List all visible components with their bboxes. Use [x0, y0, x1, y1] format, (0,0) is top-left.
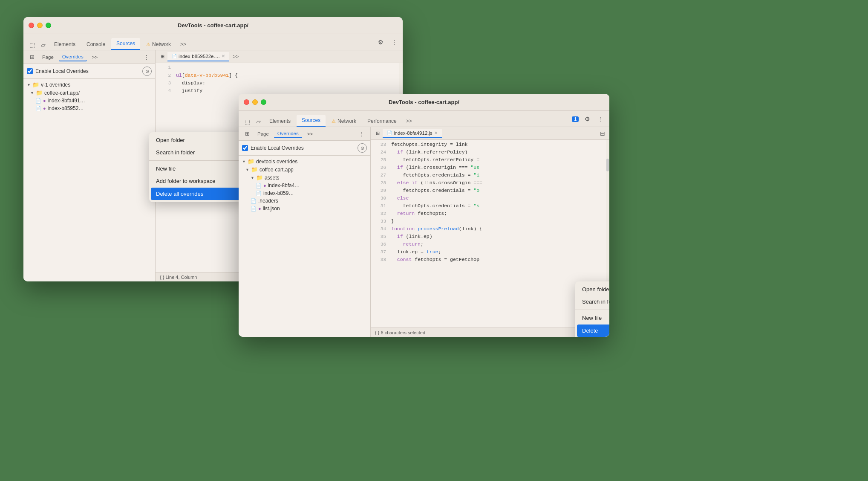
ctx-new-file-back[interactable]: New file: [149, 162, 243, 175]
ctx-search-folder-back[interactable]: Search in folder: [149, 146, 243, 159]
enable-overrides-checkbox-front[interactable]: [242, 145, 248, 151]
code-line-2: 2 ul[data-v-bb7b5941] {: [156, 72, 403, 80]
code-tab-back[interactable]: 📄 index-b859522e.… ✕: [167, 52, 229, 61]
code-line-30: 30 else: [371, 195, 609, 203]
sidebar-front: ⊞ Page Overrides >> ⋮ Enable Local Overr…: [239, 127, 371, 337]
tab-settings-back: ⚙ ⋮: [375, 37, 399, 50]
toggle-sidebar-icon-back[interactable]: ⊞: [157, 52, 167, 62]
chevron-icon: ▼: [245, 168, 249, 172]
toggle-editor-icon-front[interactable]: ⊟: [597, 128, 608, 139]
sidebar-actions-back: Enable Local Overrides ⊘: [23, 64, 155, 79]
badge-front: 1: [572, 116, 579, 122]
ctx-delete-front[interactable]: Delete: [577, 325, 609, 337]
tree-item-devtools-overrides[interactable]: ▼ 📁 devtools overrides: [239, 157, 370, 165]
sidebar-icon-back[interactable]: ⊞: [27, 52, 37, 62]
minimize-button-back[interactable]: [37, 23, 43, 28]
tree-item-coffee-cart[interactable]: ▼ 📁 coffee-cart.app/: [23, 89, 155, 97]
device-icon[interactable]: ▱: [38, 40, 48, 50]
tree-item-assets[interactable]: ▼ 📁 assets: [239, 174, 370, 182]
settings-icon-front[interactable]: ⚙: [582, 114, 592, 124]
more-icon-back[interactable]: ⋮: [389, 37, 399, 47]
ctx-search-folder-front[interactable]: Search in folder: [575, 296, 609, 308]
code-line-3: 3 display:: [156, 80, 403, 88]
sidebar-tabs-front: ⊞ Page Overrides >> ⋮: [239, 127, 370, 141]
maximize-button-front[interactable]: [261, 99, 266, 105]
context-menu-back: Open folder Search in folder New file Ad…: [149, 132, 243, 202]
close-button-front[interactable]: [244, 99, 249, 105]
ctx-new-file-front[interactable]: New file: [575, 312, 609, 324]
device-icon-front[interactable]: ▱: [253, 116, 263, 127]
code-line-31: 31 fetchOpts.credentials = "s: [371, 203, 609, 211]
code-tab-front[interactable]: 📄 index-8bfa4912.js ✕: [383, 129, 442, 138]
tabbar-front: ⬚ ▱ Elements Sources ⚠ Network Performan…: [239, 111, 609, 127]
tabbar-back: ⬚ ▱ Elements Console Sources ⚠ Network >…: [23, 34, 403, 50]
tree-item-headers[interactable]: 📄 .headers: [239, 197, 370, 205]
tree-item-v1-overrides[interactable]: ▼ 📁 v-1 overrides: [23, 81, 155, 89]
close-tab-icon[interactable]: ✕: [222, 54, 225, 58]
dot-purple-icon: ●: [43, 106, 46, 111]
file-icon: 📄: [251, 198, 257, 204]
close-tab-icon-front[interactable]: ✕: [434, 130, 438, 135]
tab-sources-back[interactable]: Sources: [111, 38, 140, 50]
tree-item-list-json[interactable]: 📄 ● list.json: [239, 205, 370, 212]
tab-console-back[interactable]: Console: [81, 39, 110, 50]
sidebar-icon-front[interactable]: ⊞: [242, 129, 252, 139]
tab-elements-back[interactable]: Elements: [49, 39, 81, 50]
context-menu-front: Open folder Search in folder New file De…: [575, 281, 609, 337]
sidebar-tab-overrides-back[interactable]: Overrides: [59, 53, 87, 61]
warning-icon-back: ⚠: [146, 42, 150, 47]
sidebar-tab-overrides-front[interactable]: Overrides: [274, 130, 302, 138]
tree-item-index-8bfa-front[interactable]: 📄 ● index-8bfa4…: [239, 182, 370, 189]
tab-sources-front[interactable]: Sources: [297, 115, 326, 127]
ctx-delete-overrides-back[interactable]: Delete all overrides: [151, 188, 241, 200]
tree-item-index-b859-front[interactable]: 📄 index-b859…: [239, 189, 370, 197]
ctx-open-folder-back[interactable]: Open folder: [149, 134, 243, 146]
file-icon: 📄: [35, 98, 41, 104]
tree-item-index-8bfa-back[interactable]: 📄 ● index-8bfa491…: [23, 97, 155, 104]
sidebar-tab-page-front[interactable]: Page: [254, 130, 272, 138]
clear-overrides-btn-back[interactable]: ⊘: [142, 67, 152, 76]
clear-overrides-btn-front[interactable]: ⊘: [358, 143, 367, 153]
tree-area-front: ▼ 📁 devtools overrides ▼ 📁 coffee-cart.a…: [239, 156, 370, 337]
sidebar-tab-more-front[interactable]: >>: [304, 130, 316, 138]
enable-overrides-checkbox-back[interactable]: [27, 68, 33, 74]
devtools-window-front: DevTools - coffee-cart.app/ ⬚ ▱ Elements…: [239, 94, 609, 337]
tab-more-front[interactable]: >>: [403, 116, 415, 127]
code-content-front[interactable]: 23 fetchOpts.integrity = link 24 if (lin…: [371, 140, 609, 327]
ctx-add-folder-back[interactable]: Add folder to workspace: [149, 175, 243, 187]
enable-overrides-label-front[interactable]: Enable Local Overrides: [242, 145, 304, 151]
sidebar-tab-page-back[interactable]: Page: [39, 53, 57, 61]
file-icon: 📄: [251, 206, 257, 212]
tab-network-front[interactable]: ⚠ Network: [326, 116, 361, 127]
tab-network-back[interactable]: ⚠ Network: [141, 39, 176, 50]
file-icon: 📄: [35, 106, 41, 111]
main-content-front: ⊞ Page Overrides >> ⋮ Enable Local Overr…: [239, 127, 609, 337]
sidebar-menu-front[interactable]: ⋮: [357, 129, 367, 139]
more-icon-front[interactable]: ⋮: [596, 114, 606, 124]
tree-item-coffee-cart-front[interactable]: ▼ 📁 coffee-cart.app: [239, 165, 370, 174]
code-tabs-front: ⊞ 📄 index-8bfa4912.js ✕ ⊟: [371, 127, 609, 140]
code-line-27: 27 fetchOpts.credentials = "i: [371, 172, 609, 180]
folder-icon: 📁: [248, 158, 254, 165]
chevron-icon: ▼: [30, 91, 34, 95]
ctx-open-folder-front[interactable]: Open folder: [575, 283, 609, 296]
sidebar-menu-back[interactable]: ⋮: [141, 52, 152, 62]
settings-icon-back[interactable]: ⚙: [375, 37, 386, 47]
code-line-29: 29 fetchOpts.credentials = "o: [371, 188, 609, 195]
tab-more-back[interactable]: >>: [177, 39, 190, 50]
tab-performance-front[interactable]: Performance: [362, 116, 402, 127]
sidebar-tab-more-back[interactable]: >>: [89, 53, 101, 61]
enable-overrides-label-back[interactable]: Enable Local Overrides: [27, 68, 89, 74]
inspect-icon-front[interactable]: ⬚: [242, 116, 252, 127]
toggle-sidebar-icon-front[interactable]: ⊞: [372, 128, 383, 139]
minimize-button-front[interactable]: [252, 99, 258, 105]
code-tab-more-back[interactable]: >>: [229, 51, 242, 62]
inspect-icon[interactable]: ⬚: [27, 40, 37, 50]
file-icon: 📄: [256, 183, 262, 188]
chevron-icon: ▼: [242, 159, 246, 164]
tree-item-index-b859-back[interactable]: 📄 ● index-b85952…: [23, 104, 155, 112]
maximize-button-back[interactable]: [46, 23, 51, 28]
close-button-back[interactable]: [29, 23, 34, 28]
code-line-24: 24 if (link.referrerPolicy): [371, 149, 609, 157]
tab-elements-front[interactable]: Elements: [264, 116, 296, 127]
